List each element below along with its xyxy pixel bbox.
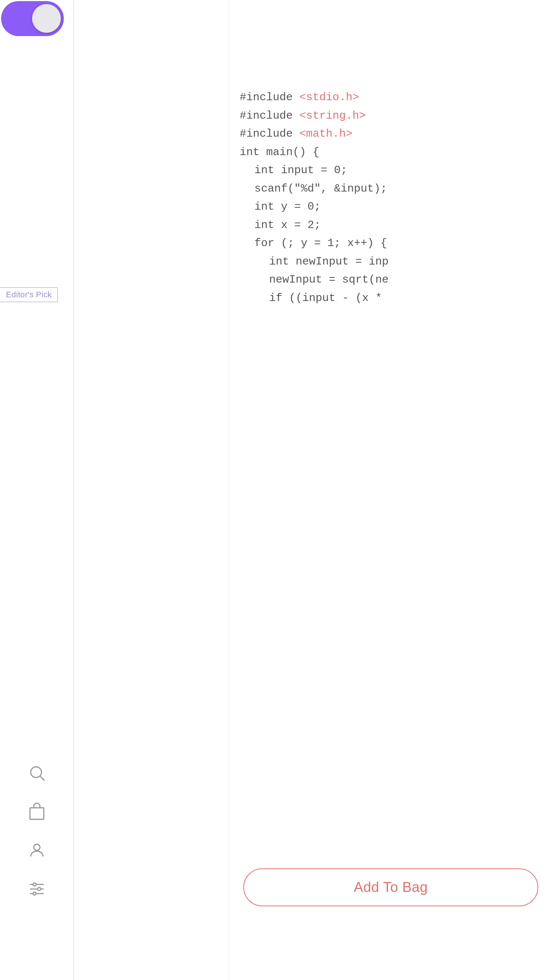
code-area: #include <stdio.h>#include <string.h>#in… (236, 81, 553, 315)
editors-pick-label: Editor's Pick (6, 290, 52, 299)
search-icon (28, 764, 46, 782)
code-line-4: int main() { (240, 143, 549, 162)
svg-line-1 (40, 776, 44, 780)
code-line-1: #include <stdio.h> (240, 88, 549, 107)
code-line-9: for (; y = 1; x++) { (240, 234, 549, 253)
bag-icon (28, 802, 46, 821)
sidebar: Editor's Pick (0, 0, 74, 980)
nav-icons (0, 763, 74, 899)
svg-point-0 (30, 767, 41, 777)
divider-right (229, 0, 229, 980)
code-line-3: #include <math.h> (240, 125, 549, 143)
svg-point-7 (33, 883, 36, 886)
user-nav-item[interactable] (27, 840, 47, 860)
editors-pick-badge: Editor's Pick (0, 287, 58, 302)
code-line-8: int x = 2; (240, 216, 549, 235)
svg-point-3 (34, 844, 40, 850)
code-line-12: if ((input - (x * (240, 289, 549, 308)
filter-nav-item[interactable] (27, 879, 47, 899)
code-line-11: newInput = sqrt(ne (240, 271, 549, 289)
code-line-7: int y = 0; (240, 198, 549, 216)
middle-panel (74, 0, 228, 980)
code-line-5: int input = 0; (240, 161, 549, 180)
toggle-switch[interactable] (1, 1, 64, 36)
filter-icon (28, 880, 46, 898)
svg-rect-2 (30, 808, 44, 819)
bag-nav-item[interactable] (27, 801, 47, 822)
toggle-area[interactable] (0, 0, 65, 37)
toggle-knob (32, 4, 61, 33)
code-line-2: #include <string.h> (240, 107, 549, 125)
code-block: #include <stdio.h>#include <string.h>#in… (240, 88, 549, 307)
search-nav-item[interactable] (27, 763, 47, 783)
code-line-10: int newInput = inp (240, 253, 549, 271)
svg-point-9 (33, 892, 36, 895)
code-line-6: scanf("%d", &input); (240, 180, 549, 198)
add-to-bag-button[interactable]: Add To Bag (243, 869, 538, 906)
user-icon (28, 841, 46, 859)
add-to-bag-container: Add To Bag (229, 869, 553, 906)
svg-point-8 (38, 887, 41, 890)
